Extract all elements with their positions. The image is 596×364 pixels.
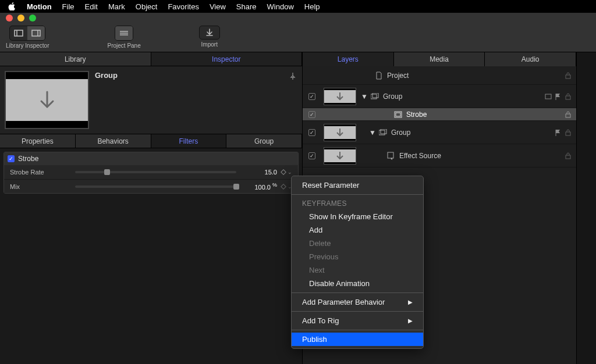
menu-mark[interactable]: Mark — [108, 2, 125, 11]
tab-layers[interactable]: Layers — [303, 52, 394, 66]
menu-file[interactable]: File — [62, 2, 74, 11]
svg-rect-21 — [566, 132, 570, 135]
project-pane-label: Project Pane — [107, 42, 140, 49]
ctx-keyframes-header: KEYFRAMES — [292, 197, 423, 210]
tab-library[interactable]: Library — [0, 52, 151, 66]
placeholder-arrow-icon — [335, 91, 345, 102]
apple-icon[interactable] — [8, 2, 16, 10]
close-window-button[interactable] — [6, 15, 13, 22]
layer-group-1[interactable]: ▼ Group — [303, 85, 576, 108]
pin-icon[interactable] — [289, 72, 296, 80]
visibility-checkbox[interactable] — [308, 129, 315, 136]
project-pane-toggle[interactable] — [115, 26, 133, 40]
menu-help[interactable]: Help — [304, 2, 320, 11]
menu-object[interactable]: Object — [136, 2, 158, 11]
import-button[interactable] — [199, 26, 220, 40]
ctx-disable-animation[interactable]: Disable Animation — [292, 277, 423, 290]
layer-thumbnail — [324, 88, 356, 105]
layer-label: Strobe — [406, 110, 427, 119]
menu-edit[interactable]: Edit — [85, 2, 98, 11]
ctx-show-keyframe-editor[interactable]: Show In Keyframe Editor — [292, 210, 423, 223]
inspector-header: Group — [0, 66, 302, 134]
placeholder-arrow-icon — [335, 151, 345, 161]
value-strobe-rate[interactable]: 15.0 — [243, 169, 277, 176]
ctx-add-parameter-behavior[interactable]: Add Parameter Behavior — [292, 295, 423, 309]
layer-label: Effect Source — [399, 152, 441, 160]
inspector-subtabs: Properties Behaviors Filters Group — [0, 134, 302, 148]
visibility-checkbox[interactable] — [308, 152, 315, 159]
ctx-publish[interactable]: Publish — [292, 333, 423, 346]
lock-icon[interactable] — [565, 111, 572, 118]
svg-rect-18 — [379, 130, 385, 135]
ctx-reset-parameter[interactable]: Reset Parameter — [292, 179, 423, 192]
slider-strobe-rate[interactable] — [75, 171, 236, 173]
zoom-window-button[interactable] — [29, 15, 36, 22]
tab-audio[interactable]: Audio — [485, 52, 576, 66]
app-name[interactable]: Motion — [27, 2, 52, 11]
layer-strobe[interactable]: Strobe — [303, 108, 576, 121]
filter-panel: ✓ Strobe Strobe Rate 15.0 ⌄ Mix 100.0 % … — [3, 152, 299, 194]
ctx-add-to-rig[interactable]: Add To Rig — [292, 314, 423, 327]
lock-icon[interactable] — [565, 93, 572, 100]
layer-label: Group — [383, 92, 402, 101]
filter-header[interactable]: ✓ Strobe — [4, 152, 298, 165]
visibility-checkbox[interactable] — [308, 93, 315, 100]
subtab-filters[interactable]: Filters — [151, 134, 227, 148]
flag-icon[interactable] — [555, 93, 561, 100]
filter-icon — [393, 110, 403, 119]
inspector-title: Group — [95, 71, 118, 129]
project-icon — [374, 71, 384, 80]
flag-icon[interactable] — [555, 129, 561, 136]
menu-view[interactable]: View — [210, 2, 226, 11]
param-mix: Mix 100.0 % ⌄ — [4, 179, 298, 193]
layer-project[interactable]: Project — [303, 66, 576, 85]
value-mix[interactable]: 100.0 % — [243, 182, 277, 191]
ctx-next-keyframe: Next — [292, 263, 423, 277]
layer-thumbnail — [324, 124, 356, 141]
subtab-properties[interactable]: Properties — [0, 134, 76, 148]
subtab-behaviors[interactable]: Behaviors — [76, 134, 151, 148]
ctx-delete-keyframe: Delete — [292, 237, 423, 250]
library-toggle[interactable] — [10, 26, 27, 40]
menubar[interactable]: Motion File Edit Mark Object Favorites V… — [0, 0, 596, 13]
import-label: Import — [199, 41, 220, 48]
tab-media[interactable]: Media — [394, 52, 485, 66]
svg-rect-23 — [566, 155, 570, 159]
slider-mix[interactable] — [75, 185, 236, 188]
isolate-icon[interactable] — [545, 94, 552, 99]
menu-share[interactable]: Share — [236, 2, 257, 11]
layer-label: Group — [391, 129, 410, 137]
placeholder-arrow-icon — [335, 127, 345, 138]
lock-icon[interactable] — [565, 152, 572, 159]
disclosure-triangle[interactable]: ▼ — [361, 92, 368, 101]
context-menu[interactable]: Reset Parameter KEYFRAMES Show In Keyfra… — [291, 176, 424, 349]
far-right-pane — [576, 52, 596, 364]
disclosure-triangle[interactable]: ▼ — [369, 129, 376, 137]
svg-rect-2 — [32, 30, 40, 36]
inspector-toggle[interactable] — [27, 26, 45, 40]
lock-icon[interactable] — [565, 129, 572, 136]
layer-effect-source[interactable]: Effect Source — [303, 144, 576, 167]
filter-enable-checkbox[interactable]: ✓ — [8, 155, 15, 162]
param-label-rate: Strobe Rate — [10, 169, 68, 176]
lock-icon[interactable] — [565, 72, 572, 79]
menu-window[interactable]: Window — [267, 2, 294, 11]
keyframe-diamond-icon[interactable] — [281, 169, 286, 175]
import-icon — [205, 28, 214, 37]
layer-label: Project — [387, 72, 409, 80]
project-pane-icon — [119, 29, 129, 37]
keyframe-diamond-icon[interactable] — [281, 184, 286, 190]
svg-rect-0 — [15, 30, 23, 36]
toolbar: Library Inspector Project Pane Import — [0, 23, 596, 52]
ctx-previous-keyframe: Previous — [292, 250, 423, 263]
left-tabbar: Library Inspector — [0, 52, 302, 66]
layer-group-2[interactable]: ▼ Group — [303, 121, 576, 144]
menu-favorites[interactable]: Favorites — [168, 2, 198, 11]
minimize-window-button[interactable] — [17, 15, 24, 22]
keyframe-menu-icon[interactable]: ⌄ — [288, 169, 292, 175]
svg-rect-16 — [396, 113, 400, 116]
visibility-checkbox[interactable] — [308, 111, 315, 118]
tab-inspector[interactable]: Inspector — [151, 52, 303, 66]
subtab-group[interactable]: Group — [226, 134, 302, 148]
ctx-add-keyframe[interactable]: Add — [292, 223, 423, 237]
